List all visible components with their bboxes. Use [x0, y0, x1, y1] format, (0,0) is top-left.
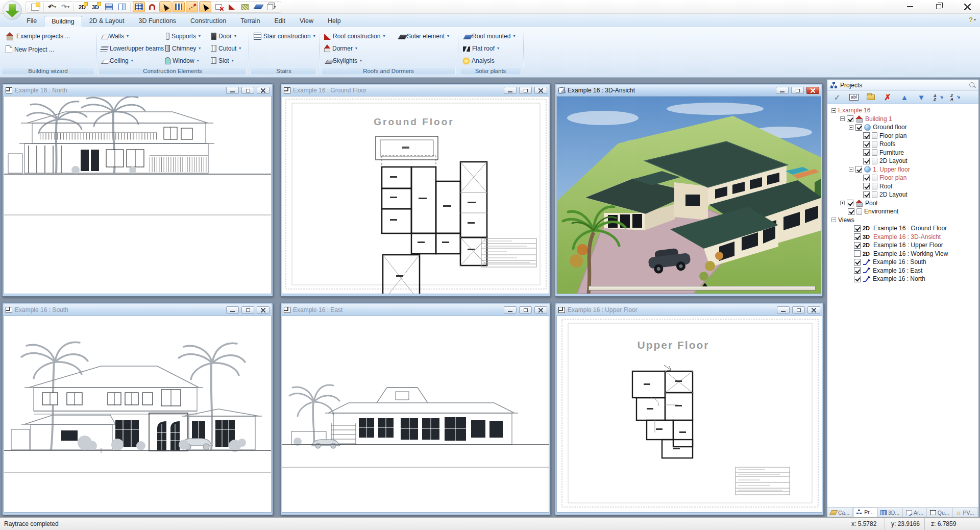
- tab-projects[interactable]: Pr...: [853, 507, 877, 517]
- tab-quantities[interactable]: Qu...: [927, 508, 953, 517]
- checkbox[interactable]: [854, 233, 861, 240]
- minimize-button[interactable]: [504, 306, 517, 314]
- collapse-icon[interactable]: [849, 125, 853, 130]
- search-icon[interactable]: [969, 82, 975, 88]
- collapse-icon[interactable]: [831, 108, 836, 113]
- window-upper-floor[interactable]: Example 16 : Upper Floor Upper Floor: [555, 303, 824, 515]
- minimize-button[interactable]: [776, 87, 789, 94]
- window-title-bar[interactable]: Example 16 : North: [4, 85, 272, 96]
- chimney-button[interactable]: Chimney▾: [162, 43, 202, 54]
- window-title-bar[interactable]: Example 16 : Ground Floor: [282, 85, 549, 96]
- minimize-button[interactable]: [226, 306, 239, 314]
- tree-item-building-1[interactable]: Building 1: [827, 115, 978, 124]
- tab-catalog[interactable]: Ca...: [827, 508, 853, 517]
- window-3d-ansicht[interactable]: Example 16 : 3D-Ansicht: [555, 83, 823, 297]
- minimize-button[interactable]: [902, 2, 918, 11]
- help-menu-button[interactable]: ? ▾: [969, 16, 976, 23]
- tree-item-environment[interactable]: Environment: [827, 207, 978, 216]
- checkbox[interactable]: [863, 175, 870, 181]
- new-project-button[interactable]: New Project ...: [4, 44, 56, 55]
- roof-tool-button[interactable]: [226, 2, 238, 12]
- analysis-button[interactable]: Analysis: [461, 55, 496, 66]
- tree-item-upper-floor[interactable]: 1. Upper floor: [827, 165, 978, 174]
- tree-item-roofs[interactable]: Roofs: [827, 140, 978, 149]
- close-button[interactable]: [807, 306, 820, 314]
- south-elevation-view[interactable]: [4, 316, 272, 513]
- window-title-bar[interactable]: Example 16 : Upper Floor: [556, 304, 822, 316]
- multi-selection-button[interactable]: [173, 2, 185, 12]
- checkbox[interactable]: [854, 259, 861, 266]
- expand-icon[interactable]: [840, 201, 845, 205]
- snap-toggle-button[interactable]: [146, 2, 158, 12]
- roof-construction-button[interactable]: Roof construction▾: [323, 31, 386, 41]
- checkbox[interactable]: [854, 250, 861, 257]
- checkbox[interactable]: [855, 124, 862, 131]
- checkbox[interactable]: [854, 225, 861, 232]
- chevron-down-icon[interactable]: ▾: [274, 5, 276, 9]
- solar-element-button[interactable]: Solar element▾: [396, 31, 451, 41]
- ceiling-button[interactable]: Ceiling▾: [99, 55, 135, 66]
- tree-item-views[interactable]: Views: [827, 216, 978, 225]
- checkbox[interactable]: [848, 208, 854, 215]
- checkbox[interactable]: [863, 158, 870, 164]
- tree-item-pool[interactable]: Pool: [827, 199, 978, 208]
- checkbox[interactable]: [863, 191, 870, 198]
- window-title-bar[interactable]: Example 16 : East: [282, 304, 549, 316]
- select-elements-button[interactable]: [159, 2, 172, 12]
- roof-texture-button[interactable]: [239, 2, 251, 12]
- window-title-bar[interactable]: Example 16 : 3D-Ansicht: [556, 85, 821, 96]
- restore-button[interactable]: [931, 2, 946, 11]
- view-2d-button[interactable]: 2D: [76, 2, 88, 12]
- window-title-bar[interactable]: Example 16 : South: [4, 304, 272, 316]
- checkbox[interactable]: [854, 276, 861, 282]
- checkbox[interactable]: [847, 115, 853, 122]
- window-ground-floor[interactable]: Example 16 : Ground Floor Ground Floor: [280, 83, 551, 297]
- tree-item-2d-layout[interactable]: 2D Layout: [827, 157, 978, 165]
- north-elevation-view[interactable]: [4, 96, 272, 294]
- close-button[interactable]: [257, 306, 270, 314]
- minimize-button[interactable]: [504, 87, 517, 94]
- close-button[interactable]: [534, 306, 547, 314]
- select-arrow-button[interactable]: [199, 2, 211, 12]
- rename-button[interactable]: abl: [848, 92, 860, 103]
- tab-2d-layout[interactable]: 2D & Layout: [82, 16, 132, 27]
- chevron-down-icon[interactable]: ▾: [67, 5, 69, 9]
- tab-area[interactable]: Ar...: [903, 508, 927, 517]
- 3d-render-view[interactable]: [556, 96, 821, 294]
- tree-view-upper-floor[interactable]: 2D Example 16 : Upper Floor: [827, 241, 978, 250]
- flat-roof-button[interactable]: Flat roof▾: [461, 43, 501, 54]
- tree-item-floor-plan[interactable]: Floor plan: [827, 132, 978, 140]
- tree-item-example-16[interactable]: Example 16: [827, 106, 978, 115]
- restore-button[interactable]: [792, 306, 805, 314]
- tree-view-east[interactable]: Example 16 : East: [827, 267, 978, 275]
- collapse-icon[interactable]: [840, 116, 845, 121]
- restore-button[interactable]: [791, 87, 804, 94]
- new-document-button[interactable]: [29, 2, 41, 12]
- sort-ascending-button[interactable]: A➔Z: [933, 92, 944, 103]
- tab-construction[interactable]: Construction: [183, 16, 233, 27]
- split-vertical-button[interactable]: [116, 2, 128, 12]
- checkbox[interactable]: [854, 242, 861, 249]
- undo-button[interactable]: ↶▾: [46, 2, 58, 12]
- close-button[interactable]: [534, 87, 547, 94]
- walls-button[interactable]: Walls▾: [99, 31, 130, 41]
- checkbox[interactable]: [847, 200, 853, 206]
- window-button[interactable]: Window▾: [162, 55, 201, 66]
- restore-button[interactable]: [519, 306, 532, 314]
- tree-item-furniture[interactable]: Furniture: [827, 149, 978, 157]
- grid-toggle-button[interactable]: [133, 2, 145, 12]
- close-button[interactable]: [960, 2, 975, 11]
- redo-button[interactable]: ↷▾: [59, 2, 71, 12]
- close-button[interactable]: [257, 87, 270, 94]
- upper-floor-plan-view[interactable]: Upper Floor: [556, 316, 822, 513]
- example-projects-button[interactable]: Example projects ...: [4, 31, 71, 41]
- tab-3d-functions[interactable]: 3D Functions: [131, 16, 183, 27]
- tree-view-south[interactable]: Example 16 : South: [827, 258, 978, 267]
- restore-button[interactable]: [241, 87, 254, 94]
- measure-button[interactable]: [186, 2, 198, 12]
- delete-button[interactable]: ✗: [882, 92, 893, 103]
- checkbox[interactable]: [854, 267, 861, 274]
- split-horizontal-button[interactable]: [103, 2, 115, 12]
- door-button[interactable]: Door▾: [208, 31, 238, 41]
- checkbox[interactable]: [863, 132, 870, 139]
